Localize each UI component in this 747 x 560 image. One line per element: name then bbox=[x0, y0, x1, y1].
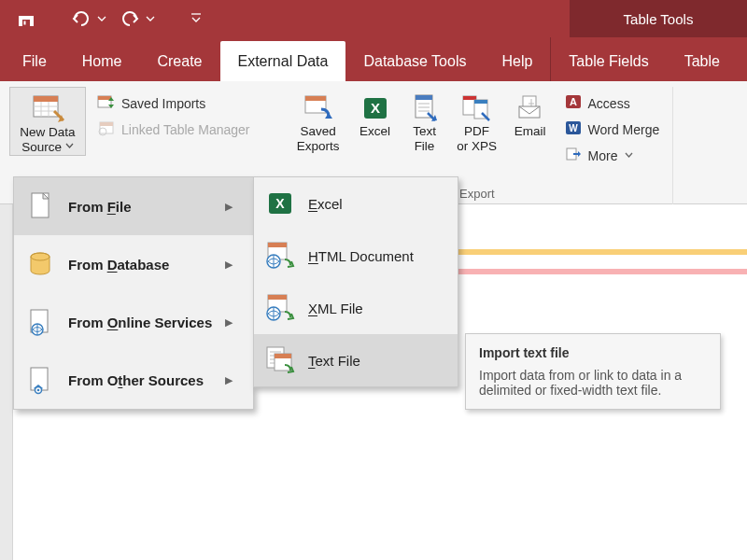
ribbon-tabs: File Home Create External Data Database … bbox=[0, 37, 747, 81]
export-access-button[interactable]: A Access bbox=[558, 91, 666, 116]
tab-database-tools[interactable]: Database Tools bbox=[345, 41, 484, 81]
menu-from-other-sources[interactable]: From Other Sources ▶ bbox=[14, 351, 253, 409]
svg-rect-50 bbox=[268, 295, 287, 300]
access-icon: A bbox=[564, 93, 583, 113]
chevron-right-icon: ▶ bbox=[225, 374, 233, 386]
tab-file[interactable]: File bbox=[0, 41, 64, 81]
undo-icon[interactable] bbox=[71, 10, 92, 27]
text-file-icon bbox=[411, 91, 439, 124]
saved-imports-icon bbox=[97, 93, 116, 113]
linked-table-manager-icon bbox=[97, 119, 116, 139]
svg-text:W: W bbox=[569, 123, 578, 133]
more-icon bbox=[564, 146, 583, 165]
svg-rect-28 bbox=[474, 100, 487, 104]
svg-rect-1 bbox=[19, 11, 34, 16]
export-word-merge-button[interactable]: W Word Merge bbox=[558, 117, 666, 142]
word-icon: W bbox=[564, 119, 583, 139]
excel-icon: X bbox=[263, 188, 297, 219]
submenu-html-document[interactable]: HTML Document bbox=[254, 230, 458, 282]
export-pdf-button[interactable]: PDF or XPS bbox=[452, 87, 502, 154]
menu-from-database[interactable]: From Database ▶ bbox=[14, 235, 253, 293]
tooltip: Import text file Import data from or lin… bbox=[465, 333, 721, 410]
from-file-icon bbox=[23, 190, 57, 222]
new-data-source-button[interactable]: New Data Source bbox=[9, 87, 86, 156]
tooltip-body: Import data from or link to data in a de… bbox=[479, 368, 707, 398]
svg-rect-3 bbox=[24, 21, 26, 25]
export-email-button[interactable]: Email bbox=[508, 87, 553, 139]
export-text-file-button[interactable]: Text File bbox=[403, 87, 446, 154]
svg-text:X: X bbox=[371, 100, 380, 116]
text-file-import-icon bbox=[263, 344, 297, 376]
excel-icon: X bbox=[361, 91, 389, 124]
svg-text:A: A bbox=[570, 96, 577, 107]
saved-exports-icon bbox=[303, 91, 334, 124]
svg-rect-58 bbox=[275, 354, 291, 358]
svg-rect-2 bbox=[22, 20, 30, 26]
tab-help[interactable]: Help bbox=[484, 41, 550, 81]
from-file-submenu: X Excel HTML Document XML File Text File bbox=[253, 176, 458, 387]
quick-access-toolbar bbox=[0, 0, 570, 37]
menu-from-online-services[interactable]: From Online Services ▶ bbox=[14, 293, 253, 351]
tab-table-fields[interactable]: Table Fields bbox=[551, 41, 666, 81]
email-icon bbox=[516, 91, 544, 124]
saved-imports-button[interactable]: Saved Imports bbox=[92, 91, 256, 116]
svg-rect-47 bbox=[268, 243, 287, 247]
redo-icon[interactable] bbox=[120, 10, 140, 27]
menu-from-file[interactable]: From File ▶ bbox=[14, 177, 253, 235]
svg-rect-12 bbox=[98, 96, 111, 100]
save-icon[interactable] bbox=[17, 9, 35, 28]
contextual-tab-title: Table Tools bbox=[570, 0, 747, 37]
from-other-sources-icon bbox=[23, 364, 57, 396]
linked-table-manager-button: Linked Table Manager bbox=[92, 117, 256, 142]
svg-rect-26 bbox=[463, 96, 476, 100]
svg-text:X: X bbox=[275, 196, 285, 211]
chevron-right-icon: ▶ bbox=[225, 201, 233, 213]
export-more-button[interactable]: More bbox=[558, 143, 666, 168]
title-bar: Table Tools bbox=[0, 0, 747, 37]
new-data-source-menu: From File ▶ From Database ▶ From Online … bbox=[13, 176, 254, 410]
submenu-text-file[interactable]: Text File bbox=[254, 334, 458, 386]
from-online-services-icon bbox=[23, 306, 57, 338]
pdf-xps-icon bbox=[461, 91, 493, 124]
svg-point-43 bbox=[37, 389, 40, 392]
submenu-excel[interactable]: X Excel bbox=[254, 177, 458, 230]
customize-qat-icon[interactable] bbox=[190, 12, 202, 25]
html-document-icon bbox=[263, 240, 297, 272]
submenu-xml-file[interactable]: XML File bbox=[254, 282, 458, 334]
tab-table[interactable]: Table bbox=[667, 41, 738, 81]
svg-rect-14 bbox=[100, 122, 113, 126]
tooltip-title: Import text file bbox=[479, 345, 707, 360]
chevron-right-icon: ▶ bbox=[225, 259, 233, 271]
undo-dropdown-icon[interactable] bbox=[97, 14, 106, 23]
tab-external-data[interactable]: External Data bbox=[220, 41, 346, 81]
chevron-right-icon: ▶ bbox=[225, 316, 233, 329]
new-data-source-icon bbox=[30, 91, 65, 125]
nav-pane-gutter[interactable] bbox=[0, 204, 13, 560]
redo-dropdown-icon[interactable] bbox=[146, 14, 155, 23]
svg-rect-21 bbox=[416, 95, 432, 100]
svg-rect-17 bbox=[305, 96, 326, 101]
tab-create[interactable]: Create bbox=[139, 41, 219, 81]
xml-file-icon bbox=[263, 292, 297, 324]
from-database-icon bbox=[23, 248, 57, 280]
tab-home[interactable]: Home bbox=[64, 41, 140, 81]
saved-exports-button[interactable]: Saved Exports bbox=[289, 87, 347, 154]
svg-rect-6 bbox=[34, 96, 58, 102]
export-excel-button[interactable]: X Excel bbox=[353, 87, 398, 139]
